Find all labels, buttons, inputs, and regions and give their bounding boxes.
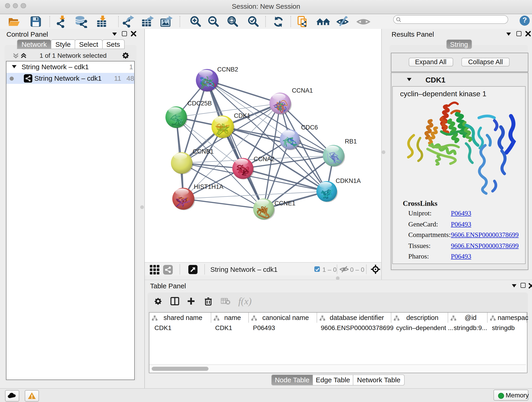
svg-text:CCNB2: CCNB2 — [217, 66, 238, 73]
svg-text:CDK1: CDK1 — [234, 112, 250, 119]
svg-text:HIST1H1A: HIST1H1A — [194, 183, 223, 190]
svg-text:RB1: RB1 — [345, 138, 357, 145]
svg-text:CDKN1A: CDKN1A — [336, 177, 361, 184]
svg-text:CCNA1: CCNA1 — [292, 87, 313, 94]
svg-text:CDC25B: CDC25B — [187, 100, 212, 107]
svg-text:CCNE1: CCNE1 — [274, 200, 295, 206]
svg-text:CDC6: CDC6 — [301, 124, 318, 131]
svg-text:CCNA2: CCNA2 — [253, 155, 274, 162]
svg-text:CCNB1: CCNB1 — [192, 148, 214, 155]
